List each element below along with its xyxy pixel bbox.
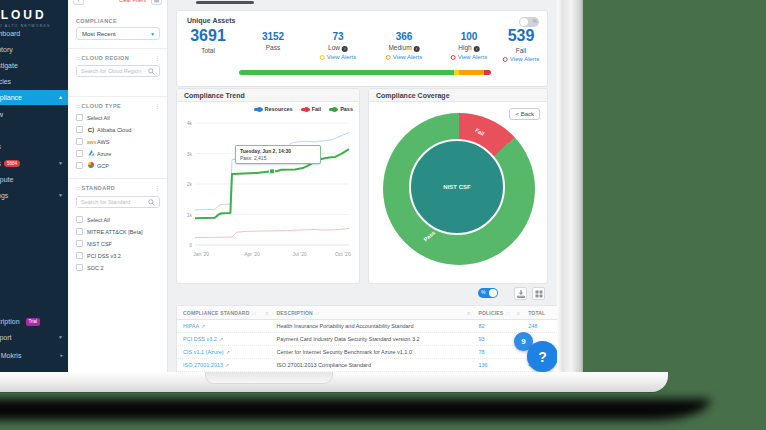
legend-item-fail[interactable]: Fail [301, 106, 321, 112]
total-count[interactable]: 248 [522, 320, 557, 332]
checkbox-nist[interactable]: NIST CSF [76, 240, 112, 250]
table-row[interactable]: CIS v1.1 (Azure)↗ Center for Internet Se… [177, 346, 557, 359]
sidebar-item-compute[interactable]: Compute [0, 172, 68, 187]
sort-icon[interactable]: ↓↑ [505, 311, 510, 316]
compliance-sort-dropdown[interactable]: Most Recent ▼ [76, 27, 160, 40]
scrollbar-thumb[interactable] [196, 1, 254, 4]
svg-text:Oct '20: Oct '20 [335, 251, 351, 257]
download-button[interactable] [514, 287, 527, 300]
sidebar-item-user[interactable]: Dan Mokris▸ [0, 348, 68, 363]
sort-icon[interactable]: ↓↑ [315, 311, 320, 316]
region-search[interactable] [76, 65, 160, 77]
clock-icon [451, 55, 456, 60]
checkbox-alibaba[interactable]: C⟩Alibaba Cloud [76, 126, 131, 136]
external-link-icon: ↗ [219, 336, 223, 342]
sidebar-item-dashboard[interactable]: Dashboard [0, 26, 68, 41]
checkbox-azure[interactable]: Azure [76, 150, 111, 160]
checkbox-aws[interactable]: awsAWS [76, 138, 109, 148]
checkbox-gcp[interactable]: GCP [76, 162, 109, 172]
percent-toggle-off[interactable]: % [519, 17, 539, 27]
column-grip-icon[interactable]: ≡ [517, 306, 520, 319]
checkbox-select-all-standard[interactable]: Select All [76, 216, 110, 226]
checkbox-soc2[interactable]: SOC 2 [76, 264, 104, 274]
col-description[interactable]: DESCRIPTION↓↑≡ [271, 306, 473, 319]
table-row[interactable]: PCI DSS v3.2↗ Payment Card Industry Data… [177, 333, 557, 346]
sidebar-item-alerts[interactable]: Alerts5684▼ [0, 156, 68, 171]
sidebar-item-settings[interactable]: Settings▼ [0, 188, 68, 203]
info-icon[interactable]: i [474, 46, 480, 52]
sidebar-item-reports[interactable]: Reports [0, 123, 68, 138]
table-row[interactable]: HIPAA↗ Health Insurance Portability and … [177, 320, 557, 333]
donut-center[interactable]: NIST CSF [409, 139, 505, 235]
column-grip-icon[interactable]: ≡ [265, 306, 268, 319]
svg-text:2k: 2k [187, 181, 193, 187]
standard-link[interactable]: HIPAA [183, 323, 199, 329]
standard-link[interactable]: CIS v1.1 (Azure) [183, 349, 224, 355]
screen-bezel [557, 0, 583, 372]
sidebar-item-compliance[interactable]: Compliance▲ [0, 90, 68, 105]
percent-label: % [481, 289, 485, 295]
info-icon[interactable]: i [414, 46, 420, 52]
legend-item-pass[interactable]: Pass [329, 106, 353, 112]
toggle-knob [489, 289, 497, 297]
checkbox-select-all[interactable]: Select All [76, 114, 110, 124]
collapse-filters-button[interactable]: ‹ [73, 0, 84, 5]
stat-low: 73 Lowi View Alerts [320, 31, 357, 60]
stat-value: 366 [386, 31, 423, 42]
kebab-menu-icon[interactable]: ⋮ [154, 54, 160, 61]
policies-count[interactable]: 82 [472, 320, 522, 332]
chevron-right-icon: ▸ [60, 348, 63, 363]
sidebar-item-standards[interactable]: Standards [0, 139, 68, 154]
sidebar-item-support[interactable]: Support▼ [0, 330, 68, 345]
table-header-row: COMPLIANCE STANDARD↓↑≡ DESCRIPTION↓↑≡ PO… [177, 306, 557, 320]
policies-count[interactable]: 78 [472, 346, 522, 358]
view-alerts-link[interactable]: View Alerts [320, 54, 357, 60]
clear-filters-link[interactable]: Clear Filters [119, 0, 146, 3]
help-button[interactable]: ? [527, 341, 557, 372]
trend-chart[interactable]: 01k2k3k4kJan '20Apr '20Jul '20Oct '20 [181, 115, 353, 265]
drag-handle-icon[interactable]: ∷ [76, 55, 80, 61]
kebab-menu-icon[interactable]: ⋮ [154, 102, 160, 109]
column-settings-button[interactable] [532, 287, 545, 300]
back-button[interactable]: < Back [509, 108, 540, 120]
sidebar-item-overview[interactable]: Overview [0, 107, 68, 122]
azure-icon [87, 150, 95, 158]
sidebar-item-policies[interactable]: Policies [0, 74, 68, 89]
table-row[interactable]: ISO 27001:2013↗ ISO 27001:2013 Complianc… [177, 359, 557, 372]
unique-assets-panel: Unique Assets % 3691 Total 3152 Pass [176, 10, 548, 87]
laptop-base [0, 372, 668, 392]
legend-item-resources[interactable]: Resources [254, 106, 293, 112]
trend-legend: Resources Fail Pass [254, 106, 353, 112]
section-title-standard: ∷STANDARD [76, 185, 115, 191]
drag-handle-icon[interactable]: ∷ [76, 185, 80, 191]
sidebar-item-subscription[interactable]: SubscriptionTrial [0, 314, 68, 329]
view-alerts-link[interactable]: View Alerts [451, 54, 488, 60]
standard-link[interactable]: PCI DSS v3.2 [183, 336, 217, 342]
kebab-menu-icon[interactable]: ⋮ [154, 184, 160, 191]
col-standard[interactable]: COMPLIANCE STANDARD↓↑≡ [177, 306, 271, 319]
sidebar-item-inventory[interactable]: Inventory [0, 42, 68, 57]
checkbox-mitre[interactable]: MITRE ATT&CK [Beta] [76, 228, 143, 238]
region-search-input[interactable] [77, 66, 147, 76]
column-grip-icon[interactable]: ≡ [467, 306, 470, 319]
clock-icon [320, 55, 325, 60]
view-alerts-link[interactable]: View Alerts [503, 56, 540, 62]
sidebar-item-investigate[interactable]: Investigate [0, 58, 68, 73]
coverage-donut[interactable]: Fail Pass NIST CSF [383, 113, 535, 265]
view-alerts-link[interactable]: View Alerts [386, 54, 423, 60]
chevron-up-icon: ▲ [58, 90, 63, 105]
sort-icon[interactable]: ↓↑ [251, 311, 256, 316]
policies-count[interactable]: 136 [472, 359, 522, 371]
drag-handle-icon[interactable]: ∷ [76, 103, 80, 109]
standard-search[interactable] [76, 196, 160, 208]
table-percent-toggle[interactable]: % [478, 287, 500, 300]
info-icon[interactable]: i [342, 46, 348, 52]
standard-search-input[interactable] [77, 197, 147, 207]
compliance-coverage-card: Compliance Coverage < Back Fail Pass NIS… [368, 88, 548, 284]
checkbox-pci[interactable]: PCI DSS v3.2 [76, 252, 121, 262]
standard-description: ISO 27001:2013 Compliance Standard [271, 359, 473, 371]
save-filter-button[interactable]: ▤ [151, 0, 162, 5]
col-total[interactable]: TOTAL [522, 306, 557, 319]
col-policies[interactable]: POLICIES↓↑≡ [472, 306, 522, 319]
standard-link[interactable]: ISO 27001:2013 [183, 362, 223, 368]
